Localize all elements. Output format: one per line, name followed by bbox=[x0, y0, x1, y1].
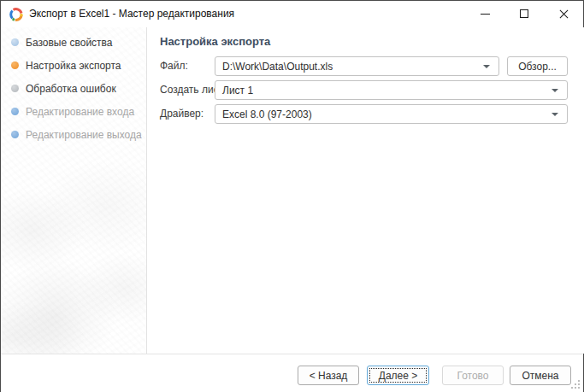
resize-grip[interactable] bbox=[569, 378, 580, 389]
window-controls bbox=[465, 1, 583, 27]
sheet-combobox-value: Лист 1 bbox=[215, 85, 552, 97]
content-area: Настройка экспорта Файл: D:\Work\Data\Ou… bbox=[147, 27, 584, 354]
title-bar: Экспорт в Excel1 - Мастер редактирования bbox=[1, 1, 583, 27]
close-button[interactable] bbox=[544, 1, 583, 27]
back-button[interactable]: < Назад bbox=[298, 366, 359, 385]
finish-button: Готово bbox=[442, 366, 504, 385]
step-label: Настройка экспорта bbox=[26, 60, 121, 72]
wizard-steps-panel: Базовые свойства Настройка экспорта Обра… bbox=[1, 27, 146, 354]
page-heading: Настройка экспорта bbox=[160, 35, 270, 48]
wizard-steps-list: Базовые свойства Настройка экспорта Обра… bbox=[1, 27, 146, 146]
dropdown-arrow-icon[interactable] bbox=[552, 89, 558, 92]
next-button[interactable]: Далее > bbox=[367, 366, 429, 385]
maximize-button[interactable] bbox=[504, 1, 544, 27]
app-icon bbox=[9, 7, 24, 22]
step-item-error-handling[interactable]: Обработка ошибок bbox=[1, 77, 146, 100]
wizard-window: Экспорт в Excel1 - Мастер редактирования… bbox=[0, 0, 584, 392]
footer-bar: < Назад Далее > Готово Отмена bbox=[1, 354, 583, 392]
cancel-button[interactable]: Отмена bbox=[510, 366, 571, 385]
file-combobox-value: D:\Work\Data\Output.xls bbox=[215, 61, 483, 73]
step-bullet-icon bbox=[11, 85, 19, 92]
step-bullet-icon bbox=[11, 38, 19, 46]
maximize-icon bbox=[520, 9, 528, 18]
step-label: Обработка ошибок bbox=[26, 83, 116, 95]
close-icon bbox=[558, 9, 569, 20]
driver-combobox-value: Excel 8.0 (97-2003) bbox=[215, 108, 552, 120]
step-bullet-icon bbox=[11, 108, 19, 115]
step-label: Редактирование входа bbox=[26, 106, 134, 118]
step-bullet-icon bbox=[11, 131, 19, 138]
step-label: Базовые свойства bbox=[26, 37, 113, 49]
browse-button[interactable]: Обзор... bbox=[507, 56, 568, 76]
dropdown-arrow-icon[interactable] bbox=[483, 65, 490, 68]
minimize-icon bbox=[481, 14, 490, 15]
window-title: Экспорт в Excel1 - Мастер редактирования bbox=[29, 1, 234, 27]
file-label: Файл: bbox=[160, 56, 188, 76]
step-item-input-editing: Редактирование входа bbox=[1, 100, 146, 123]
file-combobox[interactable]: D:\Work\Data\Output.xls bbox=[215, 56, 499, 76]
driver-combobox[interactable]: Excel 8.0 (97-2003) bbox=[215, 104, 568, 124]
step-item-basic-properties[interactable]: Базовые свойства bbox=[1, 31, 146, 54]
minimize-button[interactable] bbox=[465, 1, 504, 27]
step-label: Редактирование выхода bbox=[26, 129, 142, 141]
sheet-combobox[interactable]: Лист 1 bbox=[215, 80, 568, 100]
dropdown-arrow-icon[interactable] bbox=[552, 113, 558, 116]
driver-label: Драйвер: bbox=[160, 104, 204, 124]
step-item-export-settings[interactable]: Настройка экспорта bbox=[1, 54, 146, 77]
step-bullet-icon bbox=[11, 61, 19, 69]
step-item-output-editing: Редактирование выхода bbox=[1, 123, 146, 146]
